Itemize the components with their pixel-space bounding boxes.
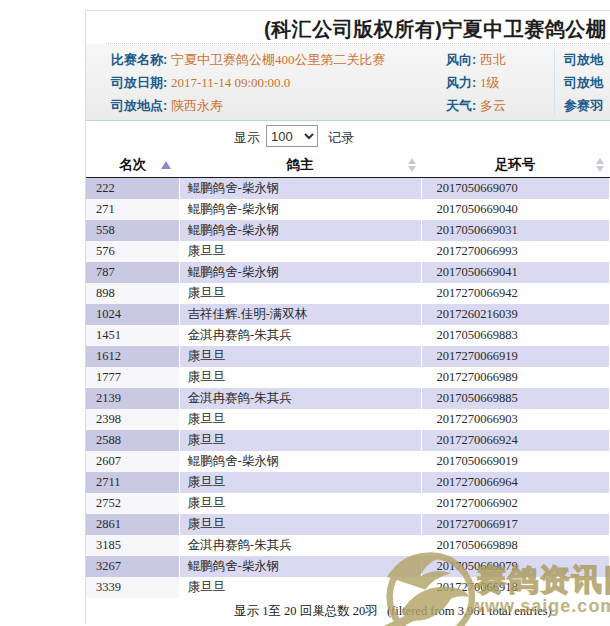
cell-owner: 康旦旦 xyxy=(179,514,421,535)
cell-ring: 2017050669070 xyxy=(421,178,609,200)
page-root: { "page": { "title": "(科汇公司版权所有)宁夏中卫赛鸽公棚… xyxy=(0,0,610,626)
filtered-text: (filtered from 3,961 total entries) xyxy=(387,604,552,618)
table-row: 787 鲲鹏鸽舍-柴永钢 2017050669041 xyxy=(86,262,609,283)
cell-rank: 1612 xyxy=(86,346,179,367)
cell-ring: 2017050669885 xyxy=(421,388,609,409)
table-row: 1612 康旦旦 2017270066919 xyxy=(86,346,609,367)
cell-owner: 康旦旦 xyxy=(179,241,421,262)
column-header-rank[interactable]: 名次 xyxy=(86,153,179,178)
records-label: 记录 xyxy=(328,129,354,147)
cell-owner: 康旦旦 xyxy=(179,430,421,451)
table-row: 898 康旦旦 2017270066942 xyxy=(86,283,609,304)
wind-force-label: 风力: xyxy=(446,75,476,90)
cell-owner: 金淇冉赛鸽-朱其兵 xyxy=(179,388,421,409)
cell-rank: 3267 xyxy=(86,556,179,577)
table-row: 222 鲲鹏鸽舍-柴永钢 2017050669070 xyxy=(86,178,609,200)
release-date-row: 司放日期: 2017-11-14 09:00:00.0 xyxy=(111,72,290,94)
release-date-label: 司放日期: xyxy=(111,75,167,90)
cell-owner: 金淇冉赛鸽-朱其兵 xyxy=(179,535,421,556)
weather-label: 天气: xyxy=(446,98,476,113)
cell-owner: 鲲鹏鸽舍-柴永钢 xyxy=(179,178,421,200)
cell-ring: 2017270066964 xyxy=(421,472,609,493)
summary-text: 显示 1至 20 回巢总数 20羽 xyxy=(234,604,378,618)
results-body: 222 鲲鹏鸽舍-柴永钢 2017050669070 271 鲲鹏鸽舍-柴永钢 … xyxy=(86,178,609,599)
table-row: 2711 康旦旦 2017270066964 xyxy=(86,472,609,493)
show-label: 显示 xyxy=(234,129,260,147)
table-row: 576 康旦旦 2017270066993 xyxy=(86,241,609,262)
table-row: 3339 康旦旦 2017270066918 xyxy=(86,577,609,598)
cell-rank: 898 xyxy=(86,283,179,304)
title-bar: (科汇公司版权所有)宁夏中卫赛鸽公棚 xyxy=(86,11,610,43)
cell-ring: 2017270066903 xyxy=(421,409,609,430)
cell-owner: 康旦旦 xyxy=(179,367,421,388)
cell-ring: 2017050669041 xyxy=(421,262,609,283)
page-length-select[interactable]: 100 xyxy=(266,125,318,147)
cell-ring: 2017270066942 xyxy=(421,283,609,304)
cell-rank: 2398 xyxy=(86,409,179,430)
cell-ring: 2017270066917 xyxy=(421,514,609,535)
table-header-row: 名次 鸽主 足环号 xyxy=(86,153,609,178)
cell-ring: 2017050669883 xyxy=(421,325,609,346)
cell-ring: 2017050669079 xyxy=(421,556,609,577)
weather-value: 多云 xyxy=(480,98,506,113)
cell-rank: 1777 xyxy=(86,367,179,388)
cell-rank: 2711 xyxy=(86,472,179,493)
cell-owner: 康旦旦 xyxy=(179,409,421,430)
cell-owner: 金淇冉赛鸽-朱其兵 xyxy=(179,325,421,346)
cell-rank: 271 xyxy=(86,199,179,220)
cell-rank: 558 xyxy=(86,220,179,241)
wind-force-row: 风力: 1级 xyxy=(446,72,499,94)
release-extra-label-2: 司放地 xyxy=(564,75,603,90)
table-row: 3267 鲲鹏鸽舍-柴永钢 2017050669079 xyxy=(86,556,609,577)
cell-owner: 康旦旦 xyxy=(179,493,421,514)
release-date-value: 2017-11-14 09:00:00.0 xyxy=(171,75,290,90)
cell-rank: 2861 xyxy=(86,514,179,535)
race-name-label: 比赛名称: xyxy=(111,52,167,67)
column-header-ring[interactable]: 足环号 xyxy=(421,153,609,178)
table-row: 1024 吉祥佳辉.佳明-满双林 2017260216039 xyxy=(86,304,609,325)
weather-row: 天气: 多云 xyxy=(446,95,506,117)
cell-owner: 康旦旦 xyxy=(179,346,421,367)
cell-ring: 2017270066993 xyxy=(421,241,609,262)
column-header-owner[interactable]: 鸽主 xyxy=(179,153,421,178)
wind-direction-label: 风向: xyxy=(446,52,476,67)
sort-both-icon xyxy=(408,158,416,172)
cell-ring: 2017270066924 xyxy=(421,430,609,451)
info-divider xyxy=(554,49,555,115)
cell-ring: 2017050669019 xyxy=(421,451,609,472)
cell-rank: 1024 xyxy=(86,304,179,325)
cell-owner: 鲲鹏鸽舍-柴永钢 xyxy=(179,451,421,472)
cell-owner: 吉祥佳辉.佳明-满双林 xyxy=(179,304,421,325)
table-row: 2139 金淇冉赛鸽-朱其兵 2017050669885 xyxy=(86,388,609,409)
table-row: 3185 金淇冉赛鸽-朱其兵 2017050669898 xyxy=(86,535,609,556)
cell-ring: 2017270066919 xyxy=(421,346,609,367)
cell-rank: 787 xyxy=(86,262,179,283)
cell-ring: 2017270066989 xyxy=(421,367,609,388)
cell-ring: 2017050669040 xyxy=(421,199,609,220)
table-row: 2398 康旦旦 2017270066903 xyxy=(86,409,609,430)
cell-owner: 鲲鹏鸽舍-柴永钢 xyxy=(179,262,421,283)
cell-rank: 2588 xyxy=(86,430,179,451)
race-info-panel: 比赛名称: 宁夏中卫赛鸽公棚400公里第二关比赛 司放日期: 2017-11-1… xyxy=(86,44,610,121)
wind-direction-row: 风向: 西北 xyxy=(446,49,506,71)
sort-ascending-icon xyxy=(161,161,171,169)
results-table: 名次 鸽主 足环号 222 鲲鹏鸽舍-柴永钢 2017050669070 271… xyxy=(86,153,610,598)
cell-owner: 鲲鹏鸽舍-柴永钢 xyxy=(179,199,421,220)
cell-ring: 2017050669031 xyxy=(421,220,609,241)
cell-owner: 鲲鹏鸽舍-柴永钢 xyxy=(179,220,421,241)
entries-label: 参赛羽 xyxy=(564,98,603,113)
release-site-value: 陕西永寿 xyxy=(171,98,223,113)
table-row: 558 鲲鹏鸽舍-柴永钢 2017050669031 xyxy=(86,220,609,241)
cell-ring: 2017270066902 xyxy=(421,493,609,514)
table-row: 1451 金淇冉赛鸽-朱其兵 2017050669883 xyxy=(86,325,609,346)
table-row: 2607 鲲鹏鸽舍-柴永钢 2017050669019 xyxy=(86,451,609,472)
cell-rank: 2752 xyxy=(86,493,179,514)
race-name-value: 宁夏中卫赛鸽公棚400公里第二关比赛 xyxy=(171,52,386,67)
release-site-row: 司放地点: 陕西永寿 xyxy=(111,95,223,117)
release-site-label: 司放地点: xyxy=(111,98,167,113)
cell-rank: 3339 xyxy=(86,577,179,598)
cell-rank: 1451 xyxy=(86,325,179,346)
table-length-control: 显示 100 记录 xyxy=(86,121,610,153)
page-title: (科汇公司版权所有)宁夏中卫赛鸽公棚 xyxy=(264,16,606,43)
table-row: 2588 康旦旦 2017270066924 xyxy=(86,430,609,451)
